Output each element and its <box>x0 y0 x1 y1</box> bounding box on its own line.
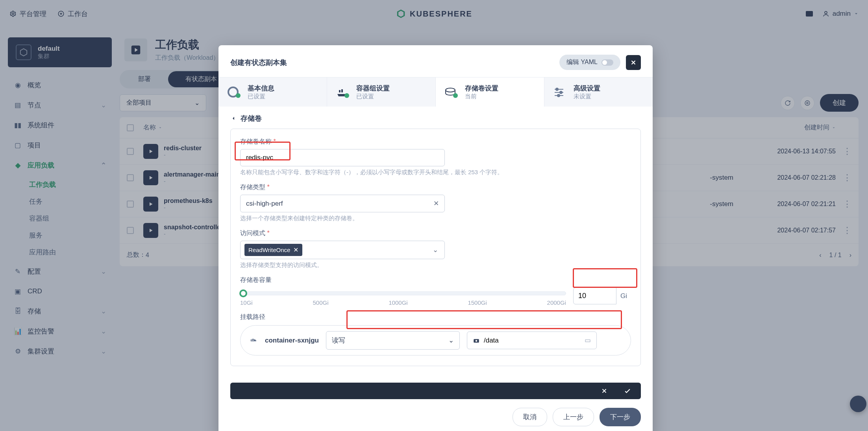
capacity-unit: Gi <box>616 288 631 304</box>
edit-yaml-toggle[interactable]: 编辑 YAML <box>559 55 620 70</box>
section-title: 存储卷 <box>241 114 262 123</box>
docker-icon <box>249 336 258 345</box>
capacity-slider[interactable] <box>240 291 566 295</box>
access-mode-hint: 选择存储类型支持的访问模式。 <box>240 262 631 269</box>
modal-title: 创建有状态副本集 <box>230 58 287 67</box>
chevron-down-icon: ⌄ <box>448 336 454 344</box>
svg-rect-8 <box>339 90 341 92</box>
confirm-bar <box>230 383 641 399</box>
access-mode-tag: ReadWriteOnce✕ <box>244 244 302 256</box>
text-field-icon: ▭ <box>585 336 591 344</box>
close-icon <box>630 59 637 66</box>
path-icon <box>473 337 480 344</box>
step-volume-settings[interactable]: 存储卷设置当前 <box>436 77 544 107</box>
storage-class-select[interactable]: csi-high-perf ✕ <box>240 195 445 212</box>
previous-button[interactable]: 上一步 <box>553 408 594 426</box>
svg-point-12 <box>453 93 458 98</box>
cancel-button[interactable]: 取消 <box>513 408 547 426</box>
mount-path-field[interactable]: ▭ <box>467 332 597 349</box>
svg-point-7 <box>236 93 241 98</box>
access-mode-label: 访问模式 * <box>240 229 631 238</box>
mount-path-input[interactable] <box>484 337 581 344</box>
svg-rect-9 <box>341 89 343 92</box>
info-circle-icon <box>227 86 242 98</box>
chevron-down-icon: ⌄ <box>433 246 440 254</box>
next-button[interactable]: 下一步 <box>600 408 641 426</box>
svg-point-14 <box>556 88 558 90</box>
volume-name-hint: 名称只能包含小写字母、数字和连字符（-），必须以小写字母或数字开头和结尾，最长 … <box>240 169 631 176</box>
svg-point-10 <box>344 93 349 98</box>
bar-confirm-button[interactable] <box>624 387 631 395</box>
volume-name-label: 存储卷名称 * <box>240 138 631 146</box>
svg-point-11 <box>446 88 455 92</box>
step-pod-settings[interactable]: 容器组设置已设置 <box>327 77 436 107</box>
mount-mode-select[interactable]: 读写 ⌄ <box>326 331 460 350</box>
slider-handle[interactable] <box>239 289 247 297</box>
svg-point-20 <box>476 340 477 342</box>
clear-icon[interactable]: ✕ <box>433 199 439 208</box>
container-ship-icon <box>336 86 351 98</box>
volume-name-input[interactable] <box>240 149 445 166</box>
storage-class-hint: 选择一个存储类型来创建特定种类的存储卷。 <box>240 215 631 222</box>
disk-icon <box>444 86 459 98</box>
create-statefulset-modal: 创建有状态副本集 编辑 YAML 基本信息已设置 容器组设置已设置 存储卷设置当… <box>218 45 653 431</box>
help-fab[interactable] <box>850 396 866 412</box>
bar-cancel-button[interactable] <box>601 387 608 394</box>
capacity-input[interactable] <box>573 287 616 304</box>
capacity-label: 存储卷容量 <box>240 276 631 284</box>
step-basic-info[interactable]: 基本信息已设置 <box>218 77 327 107</box>
close-button[interactable] <box>626 55 641 70</box>
container-name: container-sxnjgu <box>265 337 319 344</box>
back-button[interactable] <box>230 115 237 122</box>
toggle-icon <box>601 59 613 66</box>
svg-point-18 <box>557 94 560 97</box>
storage-class-label: 存储类型 * <box>240 183 631 192</box>
svg-point-16 <box>560 91 562 94</box>
mount-path-label: 挂载路径 <box>240 313 631 321</box>
access-mode-select[interactable]: ReadWriteOnce✕ ⌄ <box>240 241 445 259</box>
sliders-icon <box>553 86 568 98</box>
step-advanced-settings[interactable]: 高级设置未设置 <box>544 77 653 107</box>
remove-tag-icon[interactable]: ✕ <box>293 246 298 254</box>
